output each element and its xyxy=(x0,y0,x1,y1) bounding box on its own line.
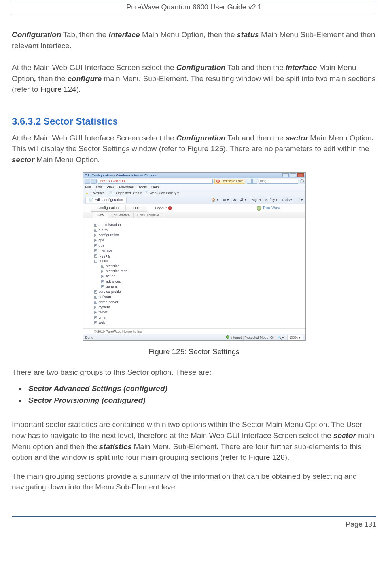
home-icon[interactable]: 🏠 ▾ xyxy=(211,197,218,202)
menu-edit[interactable]: Edit xyxy=(96,185,102,190)
tree-item-action[interactable]: +action xyxy=(101,274,305,279)
protected-mode-label: Internet | Protected Mode: On xyxy=(231,336,275,340)
search-input[interactable]: Bing xyxy=(259,179,298,184)
tree-item-advanced[interactable]: +advanced xyxy=(101,279,305,284)
tree-item-configuration[interactable]: +configuration xyxy=(94,233,305,238)
tree-item-service-profile[interactable]: +service-profile xyxy=(94,289,305,294)
tree-item-logging[interactable]: +logging xyxy=(94,253,305,258)
tree-item-software[interactable]: +software xyxy=(94,294,305,300)
feed-icon[interactable]: ▦ ▾ xyxy=(223,197,229,202)
tree-item-statistics-mss[interactable]: +statistics-mss xyxy=(101,269,305,274)
page-header: PureWave Quantum 6600 User Guide v2.1 xyxy=(12,0,376,15)
back-button[interactable] xyxy=(85,179,90,184)
view-tab-edit-private[interactable]: Edit Private xyxy=(108,213,134,218)
paragraph-2: At the Main Web GUI Interface Screen sel… xyxy=(12,62,376,95)
term-interface: interface xyxy=(109,30,140,39)
menu-help[interactable]: Help xyxy=(151,185,159,190)
paragraph-continuation: Configuration Tab, then the interface Ma… xyxy=(12,29,376,51)
view-tab-edit-exclusive[interactable]: Edit Exclusive xyxy=(134,213,163,218)
certificate-error-badge[interactable]: ✕ Certificate Error xyxy=(214,179,245,184)
menu-file[interactable]: File xyxy=(85,185,91,190)
tree-item-interface[interactable]: +interface xyxy=(94,248,305,253)
menu-tools[interactable]: Tools xyxy=(138,185,147,190)
brand-icon xyxy=(257,206,261,211)
list-item: Sector Provisioning (configured) xyxy=(26,395,376,406)
stop-button[interactable] xyxy=(252,179,257,184)
zoom-level[interactable]: 100% ▾ xyxy=(287,335,303,340)
tree-item-telnet[interactable]: +telnet xyxy=(94,310,305,315)
ie-page-menu[interactable]: Page xyxy=(251,197,261,202)
tree-item-statistics[interactable]: +statistics xyxy=(101,264,305,269)
tree-item-snmp-server[interactable]: +snmp-server xyxy=(94,300,305,305)
tree-item-administration[interactable]: +administration xyxy=(94,222,305,228)
app-copyright: © 2010 PureWave Networks Inc. xyxy=(83,328,305,334)
print-icon[interactable]: 🖶 ▾ xyxy=(240,197,246,202)
app-tab-tools[interactable]: Tools xyxy=(125,205,147,212)
refresh-button[interactable] xyxy=(247,179,252,184)
ie-safety-menu[interactable]: Safety xyxy=(265,197,278,202)
window-titlebar: Edit Configuration - Windows Internet Ex… xyxy=(83,173,305,178)
tree-item-alarm[interactable]: +alarm xyxy=(94,228,305,233)
zoom-out-icon[interactable]: 🔍▾ xyxy=(278,335,284,340)
close-button[interactable] xyxy=(297,173,304,177)
brand-logo: PureWave xyxy=(257,205,281,211)
paragraph-6: The main grouping sections provide a sum… xyxy=(12,471,376,493)
term-status: status xyxy=(237,30,259,39)
app-tab-configuration[interactable]: Configuration xyxy=(91,205,126,212)
tree-item-general[interactable]: +general xyxy=(101,284,305,289)
paragraph-5: Important sector statistics are containe… xyxy=(12,419,376,463)
view-tab-view[interactable]: View xyxy=(93,213,108,218)
browser-menubar: File Edit View Favorites Tools Help xyxy=(83,184,305,190)
logout-button[interactable]: Logout xyxy=(155,205,172,211)
maximize-button[interactable] xyxy=(290,173,296,177)
logout-icon xyxy=(168,206,172,210)
tree-item-system[interactable]: +system xyxy=(94,305,305,310)
sector-groups-list: Sector Advanced Settings (configured) Se… xyxy=(26,383,376,406)
help-icon[interactable]: ❔▾ xyxy=(297,197,303,202)
paragraph-3: At the Main Web GUI Interface Screen sel… xyxy=(12,133,376,165)
tree-item-time[interactable]: +time xyxy=(94,315,305,320)
tree-item-gps[interactable]: +gps xyxy=(94,243,305,248)
menu-view[interactable]: View xyxy=(107,185,114,190)
page-footer: Page 131 xyxy=(12,516,376,529)
figure-125-caption: Figure 125: Sector Settings xyxy=(12,346,376,357)
favorite-suggested-sites[interactable]: 📄 Suggested Sites ▾ xyxy=(109,191,142,195)
tree-item-cpe[interactable]: +cpe xyxy=(94,238,305,243)
nav-tree: +administration +alarm +configuration +c… xyxy=(83,218,305,328)
zone-icon xyxy=(226,335,229,339)
mail-icon[interactable]: ✉ xyxy=(233,197,236,202)
figure-126-link: Figure 126 xyxy=(249,453,285,461)
statusbar-left: Done xyxy=(85,335,93,340)
browser-tab[interactable]: 📄 Edit Configuration xyxy=(85,197,127,203)
menu-favorites[interactable]: Favorites xyxy=(119,185,134,190)
figure-124-link: Figure 124 xyxy=(40,85,76,93)
section-heading: 3.6.3.2 Sector Statistics xyxy=(12,115,376,129)
certificate-error-icon: ✕ xyxy=(216,180,220,183)
favorites-label[interactable]: Favorites xyxy=(91,191,105,195)
figure-125-screenshot: Edit Configuration - Windows Internet Ex… xyxy=(12,172,376,341)
search-icon[interactable] xyxy=(300,179,304,183)
page-number: Page 131 xyxy=(346,520,376,528)
window-title: Edit Configuration - Windows Internet Ex… xyxy=(85,173,158,178)
minimize-button[interactable] xyxy=(282,173,289,177)
forward-button[interactable] xyxy=(91,179,97,184)
figure-125-link: Figure 125 xyxy=(187,144,223,153)
favorite-web-slice-gallery[interactable]: 📄 Web Slice Gallery ▾ xyxy=(144,191,179,195)
address-bar[interactable]: 192.168.200.100 xyxy=(98,179,213,184)
paragraph-4: There are two basic groups to this Secto… xyxy=(12,367,376,378)
term-configuration: Configuration xyxy=(12,30,61,39)
favorites-icon[interactable]: ★ xyxy=(85,191,89,195)
tree-item-web[interactable]: +web xyxy=(94,320,305,325)
list-item: Sector Advanced Settings (configured) xyxy=(26,383,376,394)
doc-title: PureWave Quantum 6600 User Guide v2.1 xyxy=(126,3,262,11)
page-favicon: 📄 xyxy=(89,197,93,203)
tree-item-sector[interactable]: −sector xyxy=(94,258,305,264)
ie-tools-menu[interactable]: Tools xyxy=(282,197,292,202)
